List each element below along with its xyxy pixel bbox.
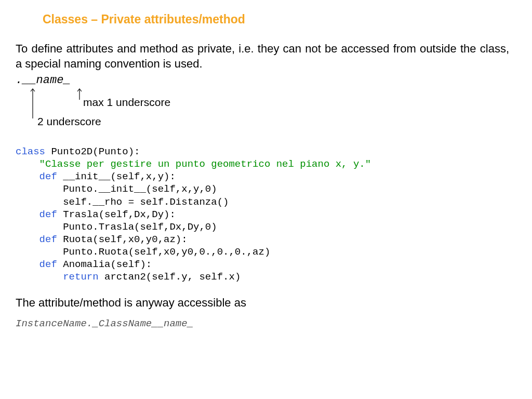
code-text: arctan2(self.y, self.x) <box>99 271 241 283</box>
slide-title: Classes – Private attributes/method <box>43 12 245 26</box>
code-text: Ruota(self,x0,y0,az): <box>57 234 188 245</box>
keyword-return: return <box>16 271 99 283</box>
code-text: Punto.Trasla(self,Dx,Dy,0) <box>16 221 217 233</box>
naming-pattern: .__name_ <box>16 74 71 87</box>
code-text: Trasla(self,Dx,Dy): <box>57 209 176 220</box>
keyword-def: def <box>16 171 57 182</box>
arrow-to-trailing-underscore-icon <box>76 87 83 101</box>
footer-paragraph: The attribute/method is anyway accessibl… <box>16 296 246 310</box>
code-text: Anomalia(self): <box>57 259 152 270</box>
keyword-class: class <box>16 146 45 157</box>
code-text: Punto2D(Punto): <box>45 146 140 157</box>
annotation-2-underscore: 2 underscore <box>37 115 101 128</box>
slide: Classes – Private attributes/method To d… <box>0 0 532 399</box>
keyword-def: def <box>16 234 57 245</box>
intro-paragraph: To define attributes and method as priva… <box>16 42 509 71</box>
code-text: self.__rho = self.Distanza() <box>16 196 229 208</box>
code-text: __init__(self,x,y): <box>57 171 176 182</box>
docstring: "Classe per gestire un punto geometrico … <box>16 158 371 170</box>
code-block: class Punto2D(Punto): "Classe per gestir… <box>16 145 371 283</box>
keyword-def: def <box>16 209 57 220</box>
code-text: Punto.__init__(self,x,y,0) <box>16 183 217 195</box>
annotation-max-1-underscore: max 1 underscore <box>83 96 170 109</box>
arrow-to-leading-underscores-icon <box>29 87 36 119</box>
keyword-def: def <box>16 259 57 270</box>
code-text: Punto.Ruota(self,x0,y0,0.,0.,0.,az) <box>16 246 270 258</box>
access-pattern: InstanceName._ClassName__name_ <box>16 318 193 329</box>
